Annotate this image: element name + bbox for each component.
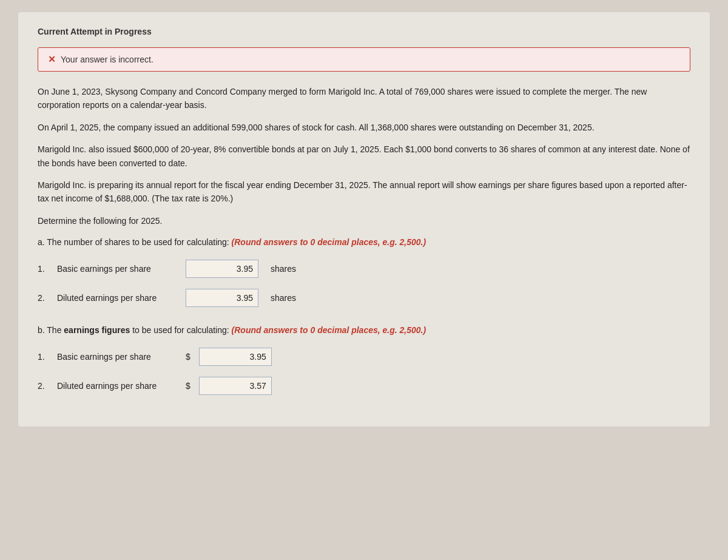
item-label-basic-earnings: Basic earnings per share (57, 352, 178, 362)
currency-symbol-2: $ (186, 381, 190, 391)
section-a-label-red: (Round answers to 0 decimal places, e.g.… (232, 237, 426, 247)
error-icon: ✕ (48, 54, 56, 65)
item-number-1b: 1. (38, 352, 50, 362)
section-a-list: 1. Basic earnings per share shares 2. Di… (38, 260, 690, 307)
item-label-diluted-shares: Diluted earnings per share (57, 293, 178, 303)
section-a-label-start: a. The number of shares to be used for c… (38, 237, 232, 247)
item-number-1a: 1. (38, 264, 50, 274)
paragraph-4: Marigold Inc. is preparing its annual re… (38, 178, 690, 206)
list-item: 1. Basic earnings per share shares (38, 260, 690, 278)
item-label-basic-shares: Basic earnings per share (57, 264, 178, 274)
paragraph-5: Determine the following for 2025. (38, 214, 690, 228)
section-a: a. The number of shares to be used for c… (38, 236, 690, 307)
unit-shares-2: shares (271, 293, 296, 303)
list-item: 2. Diluted earnings per share shares (38, 289, 690, 307)
paragraph-1: On June 1, 2023, Skysong Company and Con… (38, 85, 690, 112)
list-item: 2. Diluted earnings per share $ (38, 377, 690, 395)
section-b-label-bold: earnings figures (64, 325, 130, 335)
section-a-label: a. The number of shares to be used for c… (38, 236, 690, 249)
diluted-shares-input[interactable] (186, 289, 258, 307)
currency-symbol-1: $ (186, 352, 190, 362)
page-container: Current Attempt in Progress ✕ Your answe… (18, 12, 710, 427)
section-b-label-start: b. The (38, 325, 64, 335)
error-box: ✕ Your answer is incorrect. (38, 47, 690, 72)
section-b-label: b. The earnings figures to be used for c… (38, 324, 690, 337)
page-title: Current Attempt in Progress (38, 27, 690, 36)
item-number-2b: 2. (38, 381, 50, 391)
section-b: b. The earnings figures to be used for c… (38, 324, 690, 395)
section-b-list: 1. Basic earnings per share $ 2. Diluted… (38, 348, 690, 395)
item-number-2a: 2. (38, 293, 50, 303)
list-item: 1. Basic earnings per share $ (38, 348, 690, 366)
item-label-diluted-earnings: Diluted earnings per share (57, 381, 178, 391)
diluted-earnings-input[interactable] (199, 377, 272, 395)
section-b-label-red: (Round answers to 0 decimal places, e.g.… (232, 325, 426, 335)
paragraph-2: On April 1, 2025, the company issued an … (38, 121, 690, 134)
basic-shares-input[interactable] (186, 260, 258, 278)
basic-earnings-input[interactable] (199, 348, 272, 366)
section-b-label-middle: to be used for calculating: (130, 325, 231, 335)
unit-shares-1: shares (271, 264, 296, 274)
error-message: Your answer is incorrect. (61, 55, 153, 64)
paragraph-3: Marigold Inc. also issued $600,000 of 20… (38, 143, 690, 170)
